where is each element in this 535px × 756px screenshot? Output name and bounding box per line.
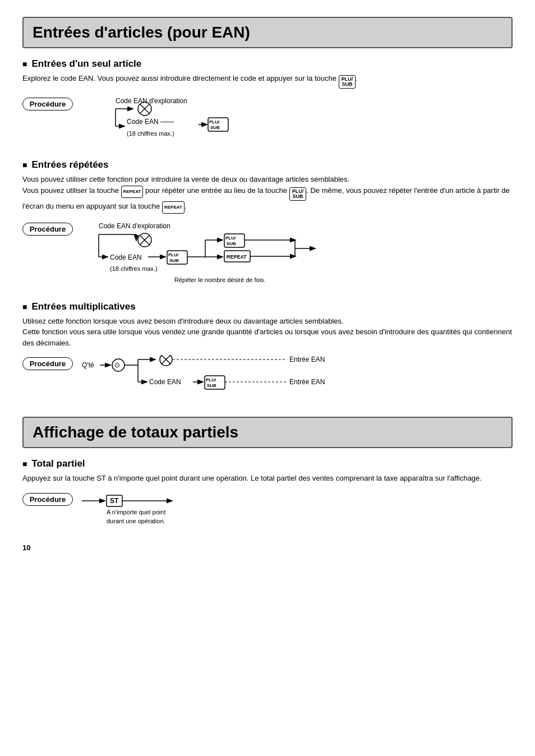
procedure-repeated: Procédure Code EAN d'exploration [22, 220, 513, 288]
diagram-multiplicative: Q'té ⊙ [82, 355, 513, 400]
svg-text:Code EAN ——: Code EAN —— [127, 118, 174, 126]
subsection-repeated: Entrées répétées Vous pouvez utiliser ce… [22, 159, 513, 288]
page-number: 10 [22, 543, 513, 552]
repeated-desc1: Vous pouvez utiliser cette fonction pour… [22, 174, 513, 185]
svg-text:PLU/: PLU/ [225, 236, 236, 241]
procedure-single: Procédure Code EAN d'exploration Code EA… [22, 95, 513, 146]
svg-text:(18 chiffres max.): (18 chiffres max.) [110, 265, 158, 272]
section1-title: Entrées d'articles (pour EAN) [33, 24, 502, 42]
svg-text:durant une opération.: durant une opération. [107, 518, 165, 524]
subsection-total-partiel-title: Total partiel [22, 458, 513, 469]
section1-header: Entrées d'articles (pour EAN) [22, 17, 513, 48]
svg-text:Entrée EAN: Entrée EAN [289, 356, 325, 363]
subsection-repeated-desc: Vous pouvez utiliser cette fonction pour… [22, 174, 513, 214]
svg-text:A n'importe quel point: A n'importe quel point [107, 509, 165, 515]
svg-text:Entrée EAN: Entrée EAN [289, 378, 325, 386]
repeat-key-inline1: REPEAT [121, 186, 144, 198]
svg-text:ST: ST [110, 497, 119, 505]
repeat-key-inline2: REPEAT [162, 201, 185, 214]
svg-text:REPEAT: REPEAT [227, 254, 247, 260]
diagram-multiplicative-svg: Q'té ⊙ [82, 355, 396, 400]
procedure-badge-total-partiel: Procédure [22, 493, 73, 506]
subsection-multiplicative: Entrées multiplicatives Utilisez cette f… [22, 301, 513, 400]
subsection-total-partiel-desc: Appuyez sur la touche ST à n'importe que… [22, 473, 513, 484]
subsection-multiplicative-desc: Utilisez cette fonction lorsque vous ave… [22, 316, 513, 349]
repeated-desc2: Vous pouvez utiliser la touche REPEAT po… [22, 185, 513, 214]
svg-text:Code EAN d'exploration: Code EAN d'exploration [99, 222, 170, 230]
svg-text:Code EAN d'exploration: Code EAN d'exploration [116, 97, 187, 105]
svg-text:PLU/: PLU/ [209, 119, 220, 125]
svg-text:PLU/: PLU/ [168, 252, 179, 257]
subsection-multiplicative-title: Entrées multiplicatives [22, 301, 513, 312]
svg-text:SUB: SUB [210, 125, 220, 130]
svg-text:SUB: SUB [207, 383, 216, 388]
svg-text:Q'té: Q'té [82, 361, 94, 369]
procedure-badge-multiplicative: Procédure [22, 357, 73, 370]
subsection-total-partiel: Total partiel Appuyez sur la touche ST à… [22, 458, 513, 530]
diagram-total-partiel: ST A n'importe quel point durant une opé… [82, 491, 513, 530]
procedure-multiplicative: Procédure Q'té ⊙ [22, 355, 513, 400]
plu-sub-key-inline: PLU/SUB [339, 75, 356, 89]
subsection-single: Entrées d'un seul article Explorez le co… [22, 58, 513, 146]
subsection-single-desc: Explorez le code EAN. Vous pouvez aussi … [22, 73, 513, 89]
diagram-total-partiel-svg: ST A n'importe quel point durant une opé… [82, 491, 284, 530]
plu-sub-key-inline2: PLU/SUB [289, 187, 307, 201]
svg-text:⊙: ⊙ [114, 361, 120, 369]
svg-text:Répéter le nombre désiré de fo: Répéter le nombre désiré de fois. [174, 276, 266, 283]
mult-desc1: Utilisez cette fonction lorsque vous ave… [22, 316, 513, 327]
diagram-repeated: Code EAN d'exploration Code EAN [82, 220, 513, 288]
svg-text:Code EAN: Code EAN [110, 253, 142, 261]
svg-text:PLU/: PLU/ [206, 377, 216, 382]
subsection-single-title: Entrées d'un seul article [22, 58, 513, 70]
mult-desc2: Cette fonction vous sera utile lorsque v… [22, 326, 513, 348]
diagram-single: Code EAN d'exploration Code EAN —— PLU/ [82, 95, 513, 146]
subsection-repeated-title: Entrées répétées [22, 159, 513, 170]
svg-text:SUB: SUB [169, 258, 179, 263]
section2-header: Affichage de totaux partiels [22, 417, 513, 448]
section2-title: Affichage de totaux partiels [33, 423, 502, 441]
svg-text:SUB: SUB [227, 241, 236, 246]
svg-text:(18 chiffres max.): (18 chiffres max.) [127, 130, 174, 137]
diagram-single-svg: Code EAN d'exploration Code EAN —— PLU/ [82, 95, 317, 146]
procedure-badge-repeated: Procédure [22, 223, 73, 236]
diagram-repeated-svg: Code EAN d'exploration Code EAN [82, 220, 390, 288]
procedure-badge-single: Procédure [22, 98, 73, 110]
procedure-total-partiel: Procédure ST A [22, 491, 513, 530]
svg-text:Code EAN: Code EAN [149, 378, 181, 386]
